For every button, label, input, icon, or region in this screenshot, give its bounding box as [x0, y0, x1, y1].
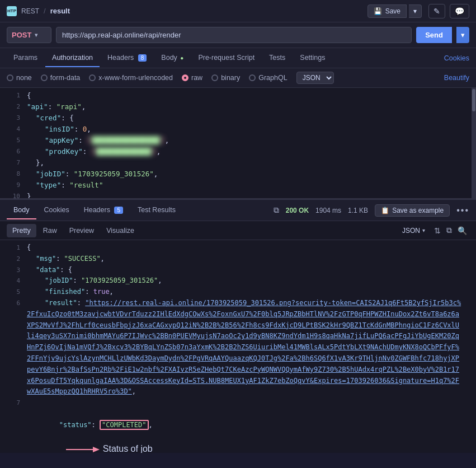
req-line-9: 9 "type": "result" — [0, 180, 476, 191]
req-line-5: 5 "appKey": "████████████████", — [0, 135, 476, 146]
comment-icon-button[interactable]: 💬 — [450, 4, 469, 18]
req-line-7: 7 }, — [0, 157, 476, 169]
request-scrollbar[interactable] — [472, 88, 476, 198]
method-select[interactable]: POST ▾ — [7, 27, 51, 43]
method-dropdown-icon: ▾ — [35, 32, 37, 38]
edit-icon-button[interactable]: ✎ — [428, 4, 445, 18]
search-response-button[interactable]: 🔍 — [455, 224, 469, 237]
status-code: 200 OK — [286, 207, 309, 214]
tab-authorization[interactable]: Authorization — [45, 49, 100, 67]
resp-line-3: 3 "data": { — [0, 265, 476, 276]
annotation-text: Status of job — [103, 442, 153, 453]
req-line-1: 1 { — [0, 90, 476, 101]
resp-line-4: 4 "jobID": "1703925059_301526", — [0, 275, 476, 287]
tab-body[interactable]: Body ● — [154, 49, 190, 67]
radio-graphql — [249, 74, 256, 81]
resp-line-1: 1 { — [0, 242, 476, 254]
resp-tab-body[interactable]: Body — [7, 202, 36, 219]
resp-headers-badge: 5 — [114, 207, 123, 214]
breadcrumb-separator: / — [44, 7, 46, 15]
tab-settings[interactable]: Settings — [293, 49, 332, 67]
scrollbar-thumb — [472, 89, 475, 111]
more-options-button[interactable]: ••• — [456, 205, 469, 216]
breadcrumb-result: result — [50, 7, 70, 15]
resp-line-6: 6 "result": "https://rest.real-api.onlin… — [0, 298, 476, 397]
send-button[interactable]: Send — [416, 27, 452, 43]
rest-label: REST — [21, 7, 39, 15]
logo-icon: HTP — [7, 6, 17, 16]
preview-tab[interactable]: Preview — [64, 224, 100, 237]
resp-line-5: 5 "finished": true, — [0, 287, 476, 298]
copy-icon: ⧉ — [274, 205, 279, 215]
resp-tab-headers[interactable]: Headers 5 — [77, 202, 130, 219]
save-example-icon: 📋 — [381, 207, 389, 214]
cookies-link[interactable]: Cookies — [444, 54, 469, 62]
resp-line-2: 2 "msg": "SUCCESS", — [0, 254, 476, 265]
option-binary[interactable]: binary — [211, 74, 240, 82]
save-example-button[interactable]: 📋 Save as example — [375, 204, 450, 217]
method-label: POST — [12, 31, 31, 39]
visualize-tab[interactable]: Visualize — [101, 224, 140, 237]
req-line-10: 10 } — [0, 191, 476, 200]
json-mode-dropdown-icon: ▾ — [422, 227, 425, 233]
filter-icon-button[interactable]: ⇅ — [432, 224, 443, 237]
req-line-2: 2 "api": "rapi", — [0, 101, 476, 113]
body-type-select[interactable]: JSON — [296, 72, 334, 84]
option-none[interactable]: none — [7, 74, 32, 82]
pretty-bar: Pretty Raw Preview Visualize JSON ▾ ⇅ ⧉ … — [0, 221, 476, 240]
response-meta: ⧉ 200 OK 1904 ms 1.1 KB 📋 Save as exampl… — [274, 204, 469, 217]
response-code: 1 { 2 "msg": "SUCCESS", 3 "data": { 4 "j… — [0, 240, 476, 453]
response-tabs-bar: Body Cookies Headers 5 Test Results ⧉ 20… — [0, 200, 476, 221]
option-urlencoded[interactable]: x-www-form-urlencoded — [89, 74, 173, 82]
radio-urlencoded — [89, 74, 96, 81]
url-input[interactable] — [56, 27, 412, 43]
resp-line-7: 7 "status": "COMPLETED", Status of job — [0, 397, 476, 453]
app-logo: HTP — [7, 6, 17, 16]
save-dropdown-button[interactable]: ▾ — [409, 4, 422, 18]
req-line-3: 3 "cred": { — [0, 113, 476, 124]
send-dropdown-button[interactable]: ▾ — [456, 27, 469, 43]
headers-badge: 8 — [138, 54, 147, 62]
request-code-editor[interactable]: 1 { 2 "api": "rapi", 3 "cred": { 4 "insI… — [0, 88, 476, 200]
req-line-8: 8 "jobID": "1703925059_301526", — [0, 169, 476, 180]
raw-tab[interactable]: Raw — [37, 224, 63, 237]
req-line-4: 4 "insID": 0, — [0, 124, 476, 135]
resp-tab-test-results[interactable]: Test Results — [131, 202, 182, 219]
pretty-tab[interactable]: Pretty — [7, 224, 36, 237]
body-options-bar: none form-data x-www-form-urlencoded raw… — [0, 68, 476, 88]
radio-none — [7, 74, 13, 81]
option-form-data[interactable]: form-data — [41, 74, 81, 82]
status-value: "COMPLETED" — [100, 420, 148, 430]
copy-response-button[interactable]: ⧉ — [444, 223, 454, 237]
request-tabs-bar: Params Authorization Headers 8 Body ● Pr… — [0, 48, 476, 68]
radio-binary — [211, 74, 218, 81]
req-line-6: 6 "prodKey": "█████████████", — [0, 146, 476, 157]
tab-pre-request[interactable]: Pre-request Script — [191, 49, 261, 67]
radio-form-data — [41, 74, 48, 81]
beautify-button[interactable]: Beautify — [444, 74, 469, 82]
top-bar: HTP REST / result 💾 Save ▾ ✎ 💬 — [0, 0, 476, 22]
tab-tests[interactable]: Tests — [262, 49, 292, 67]
option-raw[interactable]: raw — [182, 74, 202, 82]
tab-params[interactable]: Params — [7, 49, 44, 67]
result-link[interactable]: "https://rest.real-api.online/1703925059… — [27, 299, 461, 395]
tab-headers[interactable]: Headers 8 — [101, 49, 153, 67]
radio-raw — [182, 74, 188, 81]
arrow-icon — [66, 444, 100, 453]
save-button[interactable]: 💾 Save — [367, 4, 407, 18]
response-section: Body Cookies Headers 5 Test Results ⧉ 20… — [0, 200, 476, 453]
response-time: 1904 ms — [315, 207, 341, 214]
option-graphql[interactable]: GraphQL — [249, 74, 287, 82]
save-icon: 💾 — [374, 7, 382, 15]
response-size: 1.1 KB — [348, 207, 368, 214]
resp-tab-cookies[interactable]: Cookies — [37, 202, 76, 219]
svg-marker-1 — [93, 447, 100, 452]
url-bar: POST ▾ Send ▾ — [0, 22, 476, 48]
json-mode-selector: JSON ▾ — [402, 227, 425, 235]
